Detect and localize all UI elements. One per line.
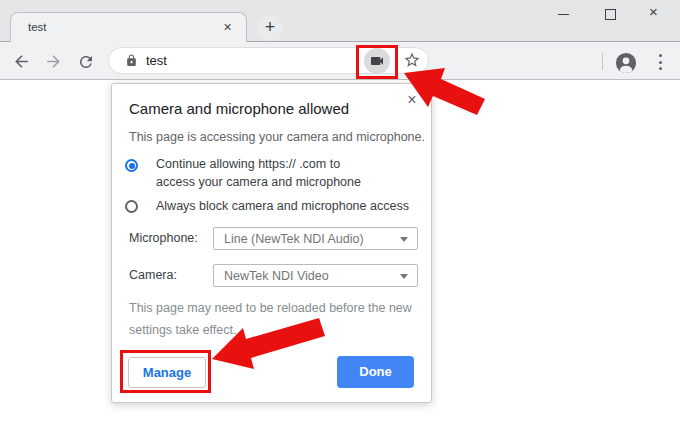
address-bar[interactable]: test xyxy=(108,47,429,74)
bookmark-star-icon[interactable] xyxy=(403,51,421,69)
url-text: test xyxy=(146,53,167,68)
forward-icon[interactable] xyxy=(44,52,63,71)
tab-close-icon[interactable]: × xyxy=(219,19,236,36)
close-icon: × xyxy=(649,3,658,20)
radio-continue-allowing-label[interactable]: Continue allowing https:// .com to acces… xyxy=(156,156,361,191)
done-button[interactable]: Done xyxy=(337,356,414,388)
refresh-icon[interactable] xyxy=(77,53,95,71)
profile-avatar-icon[interactable] xyxy=(615,52,637,74)
microphone-label: Microphone: xyxy=(129,231,198,245)
tab-test[interactable]: test × xyxy=(10,12,247,42)
plus-icon: + xyxy=(265,17,276,37)
manage-button[interactable]: Manage xyxy=(128,357,206,388)
camera-permission-indicator[interactable] xyxy=(364,48,390,74)
chevron-down-icon xyxy=(400,274,408,279)
tab-title: test xyxy=(28,21,47,33)
browser-toolbar: test xyxy=(0,42,680,80)
dialog-description: This page is accessing your camera and m… xyxy=(129,130,425,144)
browser-window: test × + × test xyxy=(0,0,680,426)
new-tab-button[interactable]: + xyxy=(257,15,283,41)
window-close-button[interactable]: × xyxy=(642,2,672,28)
dialog-close-icon[interactable]: × xyxy=(402,90,422,110)
chevron-down-icon xyxy=(400,237,408,242)
microphone-select[interactable]: Line (NewTek NDI Audio) xyxy=(213,227,418,250)
window-minimize-button[interactable] xyxy=(549,2,579,28)
back-icon[interactable] xyxy=(12,52,31,71)
dialog-title: Camera and microphone allowed xyxy=(129,100,349,117)
camera-select-value: NewTek NDI Video xyxy=(224,269,329,283)
videocam-icon xyxy=(369,53,385,69)
browser-menu-icon[interactable] xyxy=(653,54,669,72)
toolbar-divider xyxy=(602,53,603,70)
radio-continue-allowing[interactable] xyxy=(125,159,138,172)
maximize-icon xyxy=(605,9,616,20)
window-maximize-button[interactable] xyxy=(596,2,626,28)
radio-always-block[interactable] xyxy=(125,200,138,213)
minimize-icon xyxy=(558,14,569,15)
radio-always-block-label[interactable]: Always block camera and microphone acces… xyxy=(156,198,409,216)
reload-note-line2: settings take effect. xyxy=(129,323,236,337)
lock-icon xyxy=(125,54,138,67)
camera-select[interactable]: NewTek NDI Video xyxy=(213,264,418,287)
reload-note-line1: This page may need to be reloaded before… xyxy=(129,301,412,315)
camera-label: Camera: xyxy=(129,268,177,282)
camera-mic-permission-dialog: × Camera and microphone allowed This pag… xyxy=(111,83,432,403)
microphone-select-value: Line (NewTek NDI Audio) xyxy=(224,232,364,246)
